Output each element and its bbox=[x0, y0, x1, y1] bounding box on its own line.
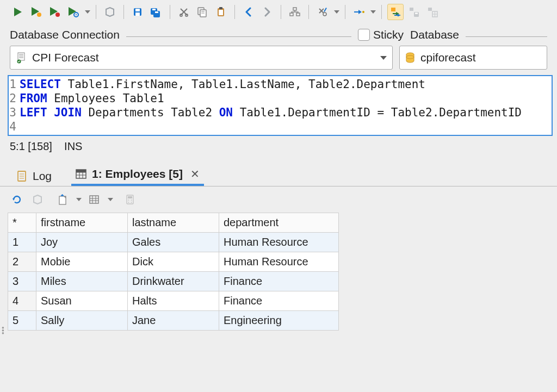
cell-department[interactable]: Finance bbox=[219, 272, 339, 291]
column-header[interactable]: department bbox=[219, 213, 339, 233]
prev-button[interactable] bbox=[240, 4, 257, 20]
row-number[interactable]: 2 bbox=[8, 252, 36, 272]
line-number: 2 bbox=[9, 91, 20, 105]
cell-firstname[interactable]: Joy bbox=[36, 233, 128, 252]
sticky-label: Sticky bbox=[373, 28, 404, 41]
editor-line[interactable]: 4 bbox=[9, 120, 548, 134]
export-dropdown-icon[interactable] bbox=[76, 198, 82, 201]
sticky-checkbox[interactable]: Sticky bbox=[358, 28, 404, 41]
code-content[interactable]: FROM Employees Table1 bbox=[20, 91, 164, 105]
svg-rect-24 bbox=[219, 10, 223, 15]
svg-rect-25 bbox=[293, 8, 296, 10]
refresh-button[interactable] bbox=[9, 191, 25, 208]
svg-rect-26 bbox=[290, 13, 293, 16]
svg-rect-32 bbox=[391, 8, 395, 11]
line-number: 4 bbox=[9, 120, 20, 134]
checkbox-icon[interactable] bbox=[358, 29, 370, 41]
save-button[interactable] bbox=[129, 4, 146, 20]
cell-department[interactable]: Human Resource bbox=[219, 252, 339, 272]
cell-firstname[interactable]: Susan bbox=[36, 291, 128, 311]
svg-point-2 bbox=[37, 13, 41, 17]
editor-line[interactable]: 3LEFT JOIN Departments Table2 ON Table1.… bbox=[9, 105, 548, 120]
cell-lastname[interactable]: Drinkwater bbox=[128, 272, 219, 291]
run-button[interactable] bbox=[10, 4, 26, 20]
table-row[interactable]: 2MobieDickHuman Resource bbox=[8, 252, 339, 272]
code-content[interactable]: LEFT JOIN Departments Table2 ON Table1.D… bbox=[20, 105, 522, 120]
cell-lastname[interactable]: Halts bbox=[128, 291, 219, 311]
cell-lastname[interactable]: Jane bbox=[128, 311, 219, 331]
export-active-button[interactable] bbox=[387, 4, 404, 20]
column-header[interactable]: firstname bbox=[36, 213, 128, 233]
table-row[interactable]: 1JoyGalesHuman Resource bbox=[8, 233, 339, 252]
export-table-button[interactable] bbox=[424, 4, 441, 20]
svg-rect-37 bbox=[415, 13, 418, 14]
cancel-refresh-button[interactable] bbox=[29, 191, 46, 208]
grid-dropdown-icon[interactable] bbox=[108, 198, 113, 201]
svg-marker-5 bbox=[69, 7, 76, 16]
sql-editor[interactable]: 1SELECT Table1.FirstName, Table1.LastNam… bbox=[8, 75, 553, 136]
next-button[interactable] bbox=[259, 4, 275, 20]
cell-lastname[interactable]: Gales bbox=[128, 233, 219, 252]
cell-department[interactable]: Human Resource bbox=[219, 233, 339, 252]
svg-point-71 bbox=[128, 200, 129, 201]
run-with-config-button[interactable] bbox=[65, 4, 82, 20]
database-dropdown[interactable]: cpiforecast bbox=[399, 46, 547, 70]
tab-results[interactable]: 1: Employees [5] ✕ bbox=[71, 165, 204, 186]
stop-button[interactable] bbox=[102, 4, 118, 20]
export-save-button[interactable] bbox=[406, 4, 422, 20]
svg-rect-58 bbox=[76, 170, 86, 172]
line-number: 3 bbox=[9, 105, 20, 120]
close-icon[interactable]: ✕ bbox=[190, 167, 200, 181]
tab-log[interactable]: Log bbox=[12, 167, 56, 186]
paste-button[interactable] bbox=[213, 4, 229, 20]
chevron-down-icon bbox=[380, 56, 387, 60]
import-dropdown-icon[interactable] bbox=[370, 10, 376, 14]
table-header-row: *firstnamelastnamedepartment bbox=[8, 213, 339, 233]
connection-dropdown[interactable]: CPI Forecast bbox=[10, 46, 393, 70]
save-as-button[interactable] bbox=[148, 4, 164, 20]
main-toolbar bbox=[0, 0, 557, 25]
editor-line[interactable]: 1SELECT Table1.FirstName, Table1.LastNam… bbox=[9, 77, 548, 91]
run-with-options-button[interactable] bbox=[28, 4, 45, 20]
code-content[interactable]: SELECT Table1.FirstName, Table1.LastName… bbox=[20, 77, 425, 91]
tab-results-label: 1: Employees [5] bbox=[92, 167, 183, 181]
cell-firstname[interactable]: Miles bbox=[36, 272, 128, 291]
tools-dropdown-icon[interactable] bbox=[334, 10, 339, 14]
row-number[interactable]: 3 bbox=[8, 272, 36, 291]
run-with-stop-button[interactable] bbox=[47, 4, 63, 20]
export-results-button[interactable] bbox=[54, 191, 71, 208]
table-row[interactable]: 4SusanHaltsFinance bbox=[8, 291, 339, 311]
row-marker-header[interactable]: * bbox=[8, 213, 36, 233]
run-dropdown-icon[interactable] bbox=[85, 10, 90, 14]
import-button[interactable] bbox=[351, 4, 367, 20]
cut-button[interactable] bbox=[176, 4, 192, 20]
calculator-button[interactable] bbox=[122, 191, 138, 208]
results-grid[interactable]: *firstnamelastnamedepartment1JoyGalesHum… bbox=[8, 213, 339, 331]
cell-department[interactable]: Engineering bbox=[219, 311, 339, 331]
tools-button[interactable] bbox=[314, 4, 331, 20]
svg-rect-38 bbox=[428, 8, 432, 11]
table-row[interactable]: 3MilesDrinkwaterFinance bbox=[8, 272, 339, 291]
row-number[interactable]: 4 bbox=[8, 291, 36, 311]
resize-handle-icon[interactable]: ●●● bbox=[2, 326, 4, 334]
row-number[interactable]: 5 bbox=[8, 311, 36, 331]
editor-line[interactable]: 2FROM Employees Table1 bbox=[9, 91, 548, 105]
cell-firstname[interactable]: Sally bbox=[36, 311, 128, 331]
cell-firstname[interactable]: Mobie bbox=[36, 252, 128, 272]
copy-button[interactable] bbox=[194, 4, 211, 20]
column-header[interactable]: lastname bbox=[128, 213, 219, 233]
svg-rect-10 bbox=[135, 9, 140, 11]
cell-department[interactable]: Finance bbox=[219, 291, 339, 311]
schema-button[interactable] bbox=[287, 4, 303, 20]
log-icon bbox=[16, 170, 27, 182]
results-grid-wrap: *firstnamelastnamedepartment1JoyGalesHum… bbox=[0, 213, 557, 331]
svg-rect-29 bbox=[324, 8, 327, 12]
row-number[interactable]: 1 bbox=[8, 233, 36, 252]
database-label: Database bbox=[410, 28, 459, 41]
cursor-position: 5:1 [158] bbox=[10, 140, 52, 152]
grid-view-button[interactable] bbox=[86, 191, 102, 208]
svg-rect-27 bbox=[296, 13, 300, 16]
table-row[interactable]: 5SallyJaneEngineering bbox=[8, 311, 339, 331]
cell-lastname[interactable]: Dick bbox=[128, 252, 219, 272]
svg-point-4 bbox=[55, 13, 60, 17]
